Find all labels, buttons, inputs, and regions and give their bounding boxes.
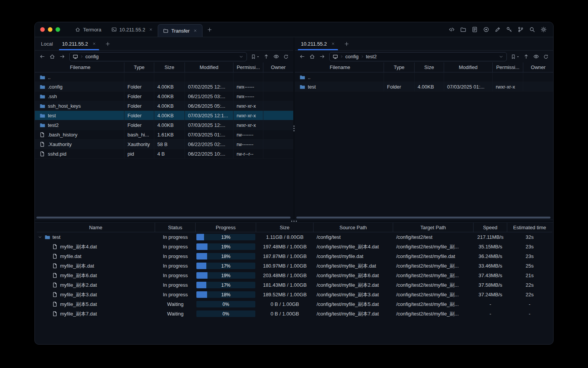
refresh-button[interactable] [541,52,551,61]
close-icon[interactable] [149,28,153,31]
transfer-row[interactable]: myfile_副本3.datIn progress18%189.52MB / 1… [37,290,552,299]
settings-button[interactable] [540,26,547,33]
pane-tab-10-211-55-2[interactable]: 10.211.55.2 [57,37,101,50]
new-tab-button[interactable] [203,22,217,37]
close-button[interactable] [40,27,45,32]
file-row[interactable]: .. [35,72,293,82]
chevron-right-icon [361,55,364,58]
breadcrumb-segment[interactable]: config [345,54,359,59]
column-header-target-path[interactable]: Target Path [393,223,474,232]
bookmark-button[interactable] [509,52,521,61]
close-icon[interactable] [193,29,197,33]
arrow-up-icon [263,54,269,59]
branch-button[interactable] [517,26,524,33]
file-row[interactable]: .sshFolder4.00KB06/21/2025 03:...rwx----… [35,92,293,101]
horizontal-splitter[interactable] [35,220,553,223]
chevron-down-icon[interactable] [239,54,243,59]
close-icon[interactable] [331,42,335,46]
up-button[interactable] [261,52,271,61]
file-row[interactable]: .bash_historybash_hi...1.61KB07/03/2025 … [35,130,293,140]
column-header-progress[interactable]: Progress [196,223,256,232]
file-row[interactable]: testFolder4.00KB07/03/2025 01:...rwxr-xr… [295,82,553,92]
file-row[interactable]: ssh_host_keysFolder4.00KB06/26/2025 05:.… [35,101,293,111]
file-row[interactable]: .configFolder4.00KB07/02/2025 12:...rwx-… [35,82,293,92]
pane-tab-local[interactable]: Local [36,37,57,50]
column-header-name[interactable]: Name [37,223,155,232]
close-icon[interactable] [92,42,96,46]
minimize-button[interactable] [48,27,52,32]
transfer-row[interactable]: myfile_副本7.datWaiting0%0 B / 1.00GB/conf… [37,309,552,319]
file-row[interactable]: testFolder4.00KB07/03/2025 12:1...rwxr-x… [35,111,293,120]
transfer-row[interactable]: myfile_副本5.datWaiting0%0 B / 1.00GB/conf… [37,299,552,309]
column-header-status[interactable]: Status [155,223,196,232]
horizontal-scrollbar[interactable] [296,217,550,219]
column-header-filename[interactable]: Filename [36,62,124,72]
new-pane-tab-button[interactable] [340,37,354,50]
folder-button[interactable] [460,26,467,33]
eta-cell: 21s [507,273,552,278]
file-row[interactable]: test2Folder4.00KB07/03/2025 12:...rwxr-x… [35,120,293,130]
edit-button[interactable] [494,26,501,33]
pane-tab-10-211-55-2[interactable]: 10.211.55.2 [296,37,340,50]
progress-label: 19% [196,243,255,250]
back-button[interactable] [37,52,47,61]
breadcrumb-segment[interactable]: config [85,54,99,59]
home-button[interactable] [47,52,57,61]
key-button[interactable] [506,26,513,33]
path-bar[interactable]: config [69,52,247,61]
column-header-size[interactable]: Size [415,62,444,72]
file-row[interactable]: .XauthorityXauthority58 B06/22/2025 02:.… [35,140,293,149]
transfer-row[interactable]: myfile_副本.datIn progress17%180.97MB / 1.… [37,261,552,271]
column-header-modified[interactable]: Modified [185,62,234,72]
horizontal-scrollbar[interactable] [36,217,291,219]
bookmark-button[interactable] [249,52,261,61]
search-button[interactable] [529,26,536,33]
transfer-row[interactable]: myfile_副本6.datIn progress19%203.48MB / 1… [37,271,552,280]
path-bar[interactable]: configtest2 [329,52,507,61]
column-header-modified[interactable]: Modified [444,62,493,72]
toggle-hidden-button[interactable] [531,52,541,61]
file-row[interactable]: sshd.pidpid4 B06/22/2025 10:...rw-r--r-- [35,149,293,159]
column-header-filename[interactable]: Filename [296,62,384,72]
app-tab-10-211-55-2[interactable]: 10.211.55.2 [106,22,158,37]
column-header-estimated-time[interactable]: Estimated time [507,223,552,232]
source-path-cell: /config/test/myfile_副本6.dat [314,272,393,279]
status-cell: In progress [155,244,196,250]
transfer-row[interactable]: myfile_副本4.datIn progress19%197.48MB / 1… [37,242,552,251]
column-header-owner[interactable]: Owner [263,62,293,72]
column-header-permissi[interactable]: Permissi... [493,62,523,72]
refresh-button[interactable] [281,52,291,61]
column-header-speed[interactable]: Speed [474,223,507,232]
forward-button[interactable] [317,52,327,61]
transfer-row[interactable]: myfile.datIn progress18%187.87MB / 1.00G… [37,251,552,261]
toggle-hidden-button[interactable] [271,52,281,61]
file-icon [39,151,45,157]
chevron-down-icon[interactable] [499,54,503,59]
back-button[interactable] [297,52,307,61]
column-header-owner[interactable]: Owner [523,62,553,72]
chevron-right-icon [80,55,83,58]
record-button[interactable] [483,26,490,33]
column-header-source-path[interactable]: Source Path [314,223,393,232]
column-header-size[interactable]: Size [154,62,185,72]
column-header-type[interactable]: Type [124,62,154,72]
name-cell: myfile_副本3.dat [37,291,155,298]
app-tab-transfer[interactable]: Transfer [158,24,203,37]
column-header-permissi[interactable]: Permissi... [234,62,263,72]
forward-button[interactable] [57,52,67,61]
zoom-button[interactable] [56,27,60,32]
file-row[interactable]: .. [295,72,553,82]
column-header-size[interactable]: Size [256,223,314,232]
new-pane-tab-button[interactable] [101,37,115,50]
app-tab-termora[interactable]: Termora [70,22,106,37]
log-button[interactable] [471,26,478,33]
chevron-down-icon[interactable] [38,235,42,239]
transfer-row[interactable]: testIn progress13%1.11GB / 8.00GB/config… [37,232,552,242]
breadcrumb-segment[interactable]: test2 [366,54,377,59]
column-header-type[interactable]: Type [384,62,415,72]
home-button[interactable] [307,52,317,61]
transfer-row[interactable]: myfile_副本2.datIn progress17%181.43MB / 1… [37,280,552,290]
up-button[interactable] [521,52,531,61]
code-button[interactable] [448,26,455,33]
source-path-cell: /config/test/myfile_副本7.dat [314,310,393,317]
